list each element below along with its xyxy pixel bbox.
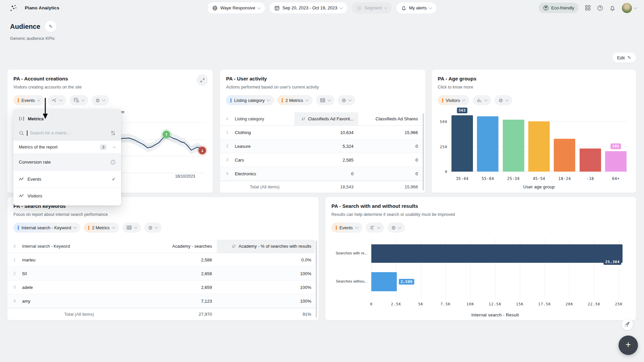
expand-widget-button[interactable] bbox=[197, 74, 208, 86]
segment-selector[interactable]: Segment bbox=[352, 2, 391, 13]
chevron-down-icon bbox=[155, 226, 158, 229]
dropdown-item-label: Visitors bbox=[28, 193, 42, 198]
bar-Searches with re...[interactable] bbox=[371, 244, 623, 263]
table-row[interactable]: 3 Cars 2,585 0 bbox=[220, 153, 423, 167]
bar-35-44[interactable] bbox=[451, 115, 473, 172]
table-row[interactable]: 4 amy 7,123 100% bbox=[7, 294, 315, 308]
widget-title: PA - Age groups bbox=[438, 76, 476, 81]
piano-analytics-logo bbox=[9, 4, 17, 12]
table-row[interactable]: 2 50 2,658 100% bbox=[7, 267, 315, 281]
bar-25-34[interactable] bbox=[503, 120, 524, 172]
column-header-metric2[interactable]: Classifieds Ad Shares bbox=[358, 112, 423, 125]
table-row[interactable]: 2 Leasure 5,324 0 bbox=[220, 139, 423, 153]
widget-settings-selector[interactable]: ⚙ bbox=[144, 223, 162, 233]
increase-marker[interactable]: ↑ bbox=[161, 129, 172, 140]
eco-friendly-badge[interactable]: Eco-friendly bbox=[539, 3, 579, 13]
metric-selector-pill[interactable]: Events bbox=[331, 223, 362, 233]
filter-sliders-icon[interactable] bbox=[110, 130, 116, 136]
bar-column bbox=[554, 113, 575, 172]
date-range-picker[interactable]: Sep 20, 2023 - Oct 19, 2023 bbox=[270, 2, 347, 13]
x-axis-tick: 2.5K bbox=[391, 302, 401, 306]
table-total-row: Total (All items) 18,543 15,966 bbox=[220, 181, 423, 193]
table-scrollbar[interactable] bbox=[423, 113, 424, 190]
info-icon[interactable] bbox=[110, 160, 116, 165]
metrics-group-row[interactable]: Metrics of the report 3 − bbox=[13, 140, 121, 154]
x-axis-category: 55-64 bbox=[477, 176, 498, 181]
x-axis-tick: 5K bbox=[418, 302, 423, 306]
sort-descending-icon bbox=[301, 117, 306, 121]
column-header-dimension[interactable]: Internal search - Keyword bbox=[22, 240, 136, 253]
metric-selector-pill[interactable]: 2 Metrics bbox=[277, 95, 313, 105]
x-axis-tick: 10K bbox=[467, 302, 474, 306]
column-header-rank: # bbox=[7, 240, 22, 253]
chevron-down-icon bbox=[355, 226, 358, 229]
metric-selector-pill[interactable]: 2 Metrics bbox=[84, 223, 119, 233]
notifications-button[interactable] bbox=[609, 5, 615, 11]
widget-settings-selector[interactable]: ⚙ bbox=[338, 95, 355, 105]
metric-selector-pill[interactable]: Visitors bbox=[438, 95, 469, 105]
table-icon bbox=[126, 225, 132, 230]
column-header-dimension[interactable]: Listing category bbox=[235, 112, 294, 125]
table-row[interactable]: 1 marleu 2,586 0.0% bbox=[7, 253, 315, 267]
column-header-sorted-metric[interactable]: Classifieds Ad Favorit... bbox=[294, 112, 358, 125]
widget-settings-selector[interactable]: ⚙ bbox=[92, 95, 109, 105]
my-alerts-selector[interactable]: My alerts bbox=[396, 2, 436, 13]
chevron-down-icon bbox=[484, 98, 488, 102]
site-selector[interactable]: Waye Responsive bbox=[208, 2, 265, 13]
apps-grid-button[interactable] bbox=[585, 5, 591, 11]
widget-settings-selector[interactable]: ⚙ bbox=[387, 223, 405, 233]
chart-type-selector[interactable] bbox=[122, 223, 141, 233]
column-header-sorted-metric[interactable]: Academy - % of searches with results bbox=[217, 240, 315, 253]
bar-column bbox=[580, 113, 601, 172]
bar-Searches withou...[interactable] bbox=[371, 272, 397, 291]
chart-type-selector[interactable] bbox=[48, 95, 66, 105]
bar-64+[interactable] bbox=[605, 151, 627, 172]
y-axis-category: Searches withou... bbox=[329, 279, 368, 283]
period-comparison-selector[interactable] bbox=[69, 95, 88, 105]
x-axis-category: 45-54 bbox=[528, 176, 550, 181]
dimension-selector-pill[interactable]: Internal search - Keyword bbox=[13, 223, 80, 233]
chevron-down-icon bbox=[258, 6, 261, 9]
table-total-row: Total (All items) 27,970 91% bbox=[7, 308, 315, 320]
bar-45-54[interactable] bbox=[528, 121, 550, 172]
dropdown-item-conversion-rate[interactable]: Conversion rate bbox=[13, 154, 121, 171]
x-axis-title: User age group bbox=[450, 184, 628, 189]
chart-type-selector[interactable] bbox=[316, 95, 334, 105]
column-header-metric1[interactable]: Academy - searches bbox=[136, 240, 217, 253]
dropdown-item-visitors[interactable]: Visitors bbox=[13, 187, 121, 204]
calendar-icon bbox=[274, 5, 280, 11]
add-widget-button[interactable]: + bbox=[619, 336, 638, 355]
collapse-icon[interactable]: − bbox=[113, 144, 116, 150]
chart-type-selector[interactable] bbox=[366, 223, 384, 233]
brand-name: Piano Analytics bbox=[25, 5, 59, 10]
decrease-marker[interactable]: ↓ bbox=[197, 145, 207, 156]
table-row[interactable]: 1 Clothing 10,634 15,966 bbox=[220, 126, 423, 139]
table-row[interactable]: 4 Electronics 0 0 bbox=[220, 167, 423, 181]
dropdown-item-events[interactable]: Events ✓ bbox=[13, 171, 121, 187]
dropdown-title: Metrics bbox=[13, 112, 121, 126]
chart-type-selector[interactable] bbox=[473, 95, 491, 105]
metric-selector-pill[interactable]: Events bbox=[13, 95, 44, 105]
widget-settings-selector[interactable]: ⚙ bbox=[494, 95, 512, 105]
dimension-selector-pill[interactable]: Listing category bbox=[226, 95, 274, 105]
rename-dashboard-button[interactable]: ✎ bbox=[45, 21, 56, 32]
metrics-pill-label: 2 Metrics bbox=[92, 225, 110, 230]
table-row[interactable]: 3 adele 2,659 100% bbox=[7, 281, 315, 294]
table-scrollbar[interactable] bbox=[316, 241, 317, 318]
edit-dashboard-button[interactable]: Edit ✎ bbox=[612, 53, 636, 63]
chevron-down-icon bbox=[305, 98, 309, 102]
user-avatar[interactable] bbox=[622, 3, 637, 13]
bar-55-64[interactable] bbox=[477, 116, 498, 172]
pencil-icon: ✎ bbox=[49, 24, 53, 29]
bar--18[interactable] bbox=[580, 148, 601, 172]
bar-18-24[interactable] bbox=[554, 139, 575, 172]
total-metric1: 27,970 bbox=[136, 308, 217, 320]
chevron-down-icon bbox=[102, 98, 106, 102]
dimension-color-bar bbox=[18, 226, 19, 230]
chevron-down-icon bbox=[634, 6, 637, 9]
help-button[interactable] bbox=[597, 5, 603, 11]
x-axis-tick: 0 bbox=[370, 302, 373, 306]
metric-search-input[interactable] bbox=[30, 130, 108, 135]
assistant-rocket-button[interactable] bbox=[622, 319, 633, 330]
gear-icon: ⚙ bbox=[391, 225, 396, 230]
